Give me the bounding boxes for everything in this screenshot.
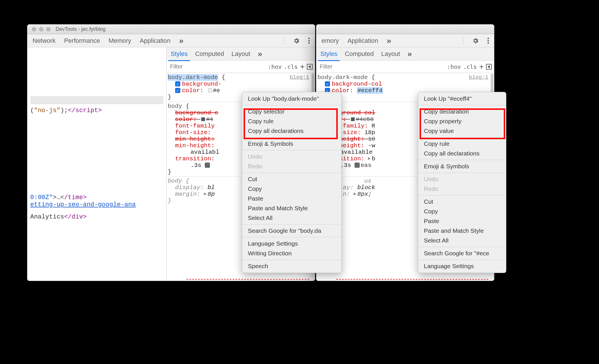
css-prop[interactable]: min-height:	[175, 142, 215, 149]
close-icon[interactable]	[32, 27, 36, 31]
css-value[interactable]: R	[372, 123, 375, 129]
context-menu-b[interactable]: Look Up "#eceff4" Copy declaration Copy …	[418, 92, 506, 273]
checkbox-icon[interactable]: ✓	[175, 81, 180, 86]
ctx-copy-declaration[interactable]: Copy declaration	[418, 107, 506, 116]
tabs-overflow-icon[interactable]: »	[179, 36, 183, 45]
dom-link[interactable]: etting-up-seo-and-google-ana	[30, 201, 136, 208]
checkbox-icon[interactable]: ✓	[175, 88, 180, 93]
css-value[interactable]: #e	[213, 87, 220, 94]
traffic-lights[interactable]	[32, 27, 50, 31]
css-selector[interactable]: body.dark-mode	[168, 74, 218, 81]
tab-layout[interactable]: Layout	[381, 50, 400, 58]
kebab-icon[interactable]	[487, 38, 489, 44]
add-rule-icon[interactable]: +	[479, 62, 484, 71]
css-prop[interactable]: color:	[175, 116, 197, 123]
ctx-search-google[interactable]: Search Google for "#ece	[418, 248, 506, 258]
tab-computed[interactable]: Computed	[345, 50, 374, 58]
tab-performance[interactable]: Performance	[64, 37, 100, 45]
cls-toggle[interactable]: .cls	[284, 63, 298, 70]
tab-memory[interactable]: Memory	[109, 37, 131, 45]
ctx-emoji[interactable]: Emoji & Symbols	[418, 161, 506, 171]
ctx-paste-match[interactable]: Paste and Match Style	[242, 203, 341, 213]
ctx-copy-all-declarations[interactable]: Copy all declarations	[418, 149, 506, 158]
ctx-copy-selector[interactable]: Copy selector	[242, 107, 341, 116]
gear-icon[interactable]	[472, 37, 479, 44]
checkbox-icon[interactable]: ✓	[325, 81, 330, 86]
toggle-sidepanel-icon[interactable]	[486, 64, 492, 70]
ctx-paste[interactable]: Paste	[418, 216, 506, 226]
cls-toggle[interactable]: .cls	[463, 63, 477, 70]
easing-icon[interactable]	[205, 163, 210, 168]
css-value[interactable]: #4	[206, 116, 213, 123]
hov-toggle[interactable]: :hov	[447, 63, 461, 70]
ctx-search-google[interactable]: Search Google for "body.da	[242, 226, 341, 236]
css-value[interactable]: b	[372, 155, 375, 162]
ctx-emoji[interactable]: Emoji & Symbols	[242, 139, 341, 149]
expand-icon[interactable]	[204, 193, 207, 195]
titlebar[interactable]	[316, 25, 494, 34]
css-prop[interactable]: background-c	[175, 110, 218, 116]
filter-input[interactable]	[169, 63, 266, 70]
ctx-copy[interactable]: Copy	[242, 184, 341, 194]
css-prop[interactable]: min-height:	[175, 136, 215, 142]
css-prop[interactable]: transition:	[175, 155, 215, 162]
source-link[interactable]: blog:1	[290, 74, 309, 80]
context-menu-a[interactable]: Look Up "body.dark-mode" Copy selector C…	[242, 92, 342, 273]
kebab-icon[interactable]	[308, 38, 310, 44]
styles-tabs-overflow-icon[interactable]: »	[258, 49, 262, 58]
tab-memory[interactable]: emory	[321, 37, 339, 45]
ctx-copy[interactable]: Copy	[418, 207, 506, 216]
add-rule-icon[interactable]: +	[300, 62, 305, 71]
ctx-writing-direction[interactable]: Writing Direction	[242, 248, 341, 258]
css-prop[interactable]: background-	[182, 81, 222, 87]
css-prop[interactable]: background-col	[332, 81, 382, 87]
ctx-copy-all-declarations[interactable]: Copy all declarations	[242, 126, 341, 136]
tab-computed[interactable]: Computed	[195, 50, 224, 58]
css-value[interactable]: -w	[368, 142, 375, 149]
css-value[interactable]: 18p	[365, 129, 375, 136]
expand-icon[interactable]	[354, 193, 356, 195]
color-swatch-icon[interactable]	[201, 117, 205, 121]
css-selector[interactable]: body	[168, 178, 182, 184]
css-selector[interactable]: body.dark-mode	[317, 74, 368, 81]
toggle-sidepanel-icon[interactable]	[307, 64, 313, 70]
ctx-copy-rule[interactable]: Copy rule	[418, 139, 506, 149]
dom-panel[interactable]: ("no-js");</script> 0:00Z">…</time> etti…	[27, 47, 167, 281]
minimize-icon[interactable]	[39, 27, 43, 31]
easing-icon[interactable]	[355, 163, 360, 168]
source-link[interactable]: blog:1	[469, 74, 488, 80]
tab-application[interactable]: Application	[347, 37, 378, 45]
ctx-select-all[interactable]: Select All	[418, 236, 506, 245]
ctx-select-all[interactable]: Select All	[242, 213, 341, 223]
ctx-lookup[interactable]: Look Up "#eceff4"	[418, 94, 506, 104]
ctx-cut[interactable]: Cut	[418, 197, 506, 207]
ctx-cut[interactable]: Cut	[242, 174, 341, 184]
gear-icon[interactable]	[293, 37, 300, 44]
ctx-copy-property[interactable]: Copy property	[418, 116, 506, 126]
filter-input[interactable]	[319, 63, 445, 70]
ctx-paste[interactable]: Paste	[242, 194, 341, 203]
styles-tabs-overflow-icon[interactable]: »	[408, 49, 412, 58]
ctx-copy-rule[interactable]: Copy rule	[242, 116, 341, 126]
expand-icon[interactable]	[368, 157, 371, 160]
ctx-copy-value[interactable]: Copy value	[418, 126, 506, 136]
css-value[interactable]: 10	[368, 136, 375, 142]
tab-network[interactable]: Network	[33, 37, 56, 45]
tabs-overflow-icon[interactable]: »	[387, 36, 391, 45]
ctx-lookup[interactable]: Look Up "body.dark-mode"	[242, 94, 341, 104]
css-prop[interactable]: font-size:	[175, 129, 211, 136]
titlebar[interactable]: DevTools - jec.fyi/blog	[27, 25, 315, 34]
ctx-language-settings[interactable]: Language Settings	[418, 261, 506, 271]
tab-layout[interactable]: Layout	[231, 50, 250, 58]
color-swatch-icon[interactable]	[208, 88, 212, 92]
ctx-paste-match[interactable]: Paste and Match Style	[418, 226, 506, 236]
ctx-language-settings[interactable]: Language Settings	[242, 239, 341, 248]
tab-styles[interactable]: Styles	[171, 50, 188, 58]
ctx-speech[interactable]: Speech	[242, 261, 341, 271]
css-prop[interactable]: font-family	[175, 123, 215, 129]
color-swatch-icon[interactable]	[351, 117, 355, 121]
tab-application[interactable]: Application	[140, 37, 171, 45]
css-prop[interactable]: color	[182, 87, 200, 94]
css-value[interactable]: #4c56	[356, 116, 374, 123]
css-selector[interactable]: body	[168, 103, 182, 110]
